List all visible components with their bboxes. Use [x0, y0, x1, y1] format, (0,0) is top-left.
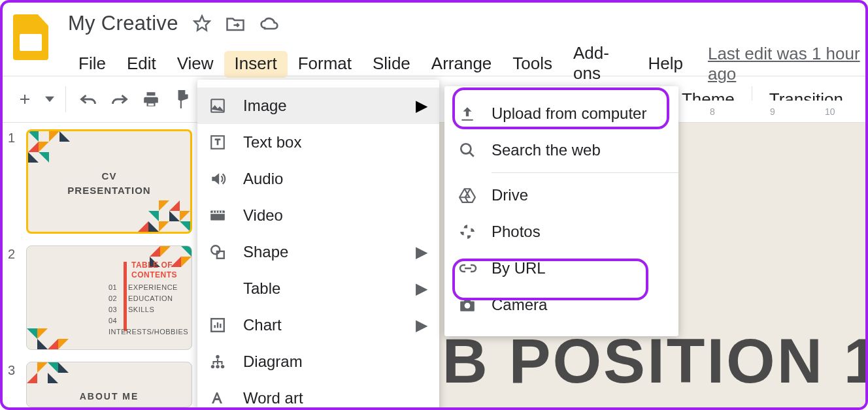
print-button[interactable]: [138, 86, 164, 112]
textbox-icon: [209, 134, 231, 151]
last-edit-link[interactable]: Last edit was 1 hour ago: [708, 44, 865, 84]
insert-audio[interactable]: Audio: [197, 161, 439, 197]
redo-button[interactable]: [107, 86, 133, 112]
insert-audio-label: Audio: [243, 170, 283, 188]
submenu-arrow-icon: ▶: [416, 97, 427, 115]
insert-diagram[interactable]: Diagram: [197, 343, 439, 380]
slides-logo: [13, 14, 48, 60]
drive-label: Drive: [492, 186, 528, 204]
video-icon: [209, 208, 231, 223]
upload-icon: [459, 105, 481, 122]
drive-icon: [459, 187, 481, 203]
photos-label: Photos: [492, 223, 541, 241]
menu-edit[interactable]: Edit: [116, 51, 167, 78]
menu-arrange[interactable]: Arrange: [421, 51, 503, 78]
image-by-url[interactable]: By URL: [444, 250, 678, 287]
slide2-title-1: TABLE OF: [131, 260, 173, 270]
header: My Creative File Edit View Insert Format…: [3, 3, 865, 76]
chart-icon: [209, 317, 231, 334]
slide2-toc: 01EXPERIENCE 02EDUCATION 03SKILLS 04INTE…: [108, 282, 192, 338]
slide3-title: ABOUT ME: [27, 391, 192, 402]
slide-number: 3: [8, 362, 20, 407]
menu-bar: File Edit View Insert Format Slide Arran…: [68, 39, 865, 87]
slide-thumbnail-panel: 1 CV PRESENTATION 2: [3, 123, 203, 407]
slide-number: 1: [8, 129, 20, 234]
menu-addons[interactable]: Add-ons: [563, 40, 637, 87]
menu-help[interactable]: Help: [637, 51, 693, 78]
menu-slide[interactable]: Slide: [362, 51, 421, 78]
cloud-status-icon[interactable]: [259, 16, 280, 31]
document-title[interactable]: My Creative: [68, 12, 178, 35]
paint-format-button[interactable]: [169, 86, 195, 112]
insert-shape-label: Shape: [243, 243, 288, 261]
search-icon: [459, 142, 481, 159]
menu-tools[interactable]: Tools: [502, 51, 563, 78]
insert-image[interactable]: Image ▶: [197, 87, 439, 124]
camera-icon: [459, 298, 481, 312]
svg-marker-0: [194, 16, 209, 30]
insert-table-label: Table: [243, 279, 280, 298]
insert-chart-label: Chart: [243, 316, 282, 334]
new-slide-button[interactable]: [12, 86, 38, 112]
insert-video[interactable]: Video: [197, 197, 439, 234]
search-label: Search the web: [492, 141, 601, 159]
slide2-title-2: CONTENTS: [131, 270, 177, 279]
image-camera[interactable]: Camera: [444, 287, 678, 323]
submenu-arrow-icon: ▶: [416, 279, 427, 298]
link-icon: [459, 262, 481, 274]
slide-number: 2: [8, 245, 20, 350]
move-folder-icon[interactable]: [225, 15, 245, 32]
photos-icon: [459, 223, 481, 240]
svg-point-11: [461, 144, 471, 153]
slide1-line2: PRESENTATION: [67, 185, 150, 196]
insert-wordart[interactable]: Word art: [197, 380, 439, 410]
insert-dropdown: Image ▶ Text box Audio Video Shape ▶ x T…: [197, 80, 439, 410]
insert-textbox-label: Text box: [243, 133, 301, 151]
insert-textbox[interactable]: Text box: [197, 124, 439, 161]
image-icon: [209, 97, 231, 114]
insert-shape[interactable]: Shape ▶: [197, 234, 439, 270]
menu-view[interactable]: View: [167, 51, 224, 78]
svg-point-7: [216, 355, 219, 358]
camera-label: Camera: [492, 296, 547, 314]
upload-label: Upload from computer: [492, 104, 646, 123]
wordart-icon: [209, 390, 231, 406]
diagram-icon: [209, 353, 231, 370]
slide-thumbnail-1[interactable]: CV PRESENTATION: [26, 129, 192, 234]
slide-thumbnail-3[interactable]: ABOUT ME: [26, 362, 192, 407]
insert-table[interactable]: x Table ▶: [197, 270, 439, 307]
insert-diagram-label: Diagram: [243, 353, 303, 371]
insert-wordart-label: Word art: [243, 389, 303, 407]
svg-rect-3: [210, 210, 225, 220]
submenu-arrow-icon: ▶: [416, 243, 427, 261]
slide1-line1: CV: [102, 170, 117, 181]
insert-chart[interactable]: Chart ▶: [197, 307, 439, 343]
image-search-web[interactable]: Search the web: [444, 132, 678, 168]
menu-format[interactable]: Format: [288, 51, 362, 78]
star-icon[interactable]: [193, 14, 211, 33]
undo-button[interactable]: [75, 86, 101, 112]
svg-point-9: [216, 365, 219, 368]
menu-insert[interactable]: Insert: [224, 51, 288, 78]
slide-thumbnail-2[interactable]: TABLE OF CONTENTS 01EXPERIENCE 02EDUCATI…: [26, 245, 192, 350]
insert-image-label: Image: [243, 97, 287, 115]
svg-point-8: [211, 365, 214, 368]
image-submenu: Upload from computer Search the web Driv…: [444, 86, 678, 336]
submenu-arrow-icon: ▶: [416, 316, 427, 334]
byurl-label: By URL: [492, 259, 546, 277]
new-slide-dropdown-icon[interactable]: [43, 86, 56, 112]
svg-point-10: [221, 365, 224, 368]
menu-file[interactable]: File: [68, 51, 116, 78]
svg-point-4: [211, 245, 220, 254]
image-photos[interactable]: Photos: [444, 213, 678, 250]
svg-point-12: [465, 303, 471, 309]
audio-icon: [209, 170, 231, 187]
image-upload-from-computer[interactable]: Upload from computer: [444, 95, 678, 132]
insert-video-label: Video: [243, 206, 283, 225]
shape-icon: [209, 244, 231, 260]
image-drive[interactable]: Drive: [444, 177, 678, 213]
